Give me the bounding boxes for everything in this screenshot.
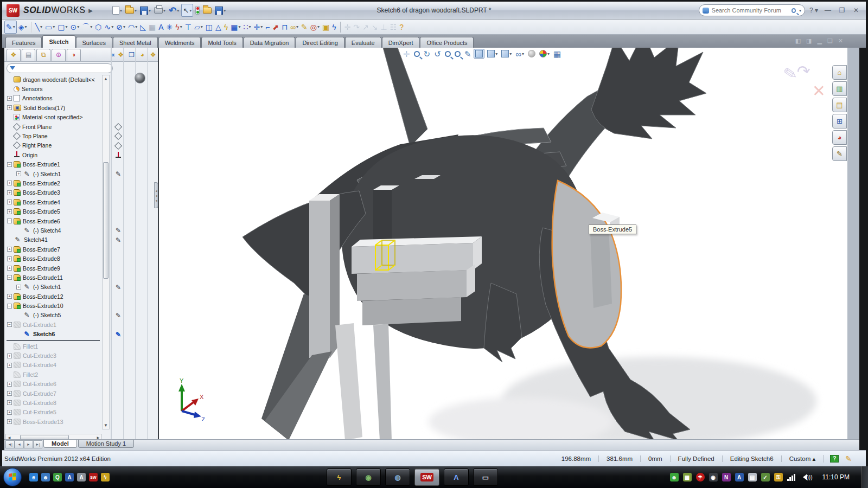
tab-surfaces[interactable]: Surfaces	[76, 37, 112, 48]
dropdown-icon[interactable]: ▾	[120, 8, 122, 13]
doc-prev-icon[interactable]: ◧	[795, 37, 801, 44]
community-search[interactable]: ▾	[699, 4, 805, 16]
tree-item[interactable]: −Boss-Extrude10	[5, 301, 101, 310]
tray-lock-icon[interactable]: ⚿	[774, 473, 783, 481]
tray-a-icon[interactable]: A	[735, 473, 744, 481]
modify-sketch-icon[interactable]: ⬈	[271, 21, 280, 34]
design-checker-icon[interactable]: ▾	[214, 4, 227, 17]
tree-item[interactable]: Origin	[5, 150, 101, 159]
sketch-numeric-icon[interactable]: ϟ	[223, 21, 229, 34]
taskbar-clock[interactable]: 11:10 PM	[822, 473, 850, 481]
search-icon[interactable]	[792, 8, 796, 13]
dropdown-icon[interactable]: ▾	[238, 24, 240, 29]
tree-item[interactable]: +Boss-Extrude8	[5, 254, 101, 263]
expand-icon[interactable]: +	[7, 294, 12, 299]
tab-evaluate[interactable]: Evaluate	[345, 37, 381, 48]
dropdown-icon[interactable]: ▾	[163, 8, 165, 13]
tab-features[interactable]: Features	[5, 37, 42, 48]
dropdown-icon[interactable]: ▾	[201, 24, 203, 29]
linear-pattern-icon[interactable]: ▦▾	[229, 21, 241, 34]
doc-restore-icon[interactable]: ❏	[827, 37, 833, 44]
dropdown-icon[interactable]: ▾	[135, 24, 137, 29]
expand-icon[interactable]: +	[7, 209, 12, 214]
start-button[interactable]	[3, 468, 22, 486]
design-library-tab[interactable]: ▥	[832, 81, 847, 96]
dropdown-icon[interactable]: ▾	[180, 24, 182, 29]
search-dropdown-icon[interactable]: ▾	[799, 8, 801, 13]
tray-usb-icon[interactable]: ✓	[761, 473, 770, 481]
units-selector[interactable]: Custom ▴	[782, 455, 824, 463]
expand-icon[interactable]: +	[7, 391, 12, 396]
custom-properties-tab[interactable]: ✎	[832, 146, 847, 161]
sketch-tool-icon[interactable]: ✎▾	[4, 21, 17, 34]
expand-icon[interactable]: +	[7, 400, 12, 405]
prev-config-icon[interactable]: ◄	[15, 440, 24, 448]
dropdown-icon[interactable]: ▾	[123, 24, 125, 29]
configuration-tab[interactable]: ⧉	[36, 49, 50, 61]
quick-snaps-icon[interactable]: ◎▾	[309, 21, 321, 34]
dynamic-mirror-icon[interactable]: △	[214, 21, 222, 34]
appearances-tab[interactable]: ◕	[832, 130, 847, 145]
tree-item[interactable]: Front Plane	[5, 122, 101, 131]
ellipse-icon[interactable]: ⊘▾	[115, 21, 126, 34]
tree-item[interactable]: +✎(-) Sketch1	[5, 282, 101, 292]
dropdown-icon[interactable]: ▾	[522, 52, 524, 56]
help-button[interactable]: ? ▾	[808, 7, 819, 14]
messenger-icon[interactable]: ☻	[41, 473, 50, 481]
tree-item[interactable]: +Annotations	[5, 94, 101, 103]
mirror-box-icon[interactable]: ▦	[148, 21, 157, 34]
first-config-icon[interactable]: ◄|	[5, 440, 15, 448]
tree-item[interactable]: ✎(-) Sketch4	[5, 226, 101, 235]
dropdown-icon[interactable]: ▾	[189, 8, 192, 13]
line-icon[interactable]: ╲▾	[34, 21, 43, 34]
view-orientation-icon[interactable]: ▾	[500, 49, 513, 58]
tree-item[interactable]: +Cut-Extrude5	[5, 408, 101, 417]
tree-item[interactable]: +✎(-) Sketch1	[5, 169, 101, 178]
collapse-icon[interactable]: −	[7, 322, 12, 327]
fly-icon[interactable]: ✎	[463, 49, 473, 59]
tab-mold-tools[interactable]: Mold Tools	[201, 37, 242, 48]
expand-icon[interactable]: +	[7, 410, 12, 415]
snap-diag-icon[interactable]: ↘	[371, 21, 379, 34]
section-view-icon[interactable]: ▾	[486, 49, 499, 58]
expand-icon[interactable]: +	[7, 382, 12, 387]
app-notepad[interactable]: ▭	[473, 468, 498, 486]
app-solidworks[interactable]: SW	[414, 468, 439, 486]
display-relations-icon[interactable]: ∞▾	[289, 21, 299, 34]
dropdown-icon[interactable]: ▾	[111, 24, 113, 29]
dropdown-icon[interactable]: ▾	[25, 24, 27, 29]
appearance-icon[interactable]: ▾	[538, 49, 551, 58]
tree-item[interactable]: ✎Sketch6	[5, 330, 101, 339]
dropdown-icon[interactable]: ▾	[495, 52, 497, 56]
tab-motion-study[interactable]: Motion Study 1	[78, 440, 134, 448]
dropdown-icon[interactable]: ▾	[90, 24, 92, 29]
text-icon[interactable]: A	[157, 21, 164, 34]
tab-direct-editing[interactable]: Direct Editing	[296, 37, 344, 48]
tree-vertical-scrollbar[interactable]: ▲ ▼	[102, 75, 110, 429]
app-a-blue[interactable]: A	[444, 468, 469, 486]
tree-item[interactable]: Fillet2	[5, 370, 101, 379]
dropdown-icon[interactable]: ▾	[177, 8, 179, 13]
pan-icon[interactable]: ✛	[402, 49, 411, 59]
expand-icon[interactable]: +	[7, 105, 12, 110]
tree-item[interactable]: −Boss-Extrude11	[5, 273, 101, 282]
snap-grid-icon[interactable]: ☷	[389, 21, 398, 34]
tree-item[interactable]: −Boss-Extrude6	[5, 216, 101, 226]
tree-item[interactable]: +Boss-Extrude7	[5, 245, 101, 254]
dropdown-icon[interactable]: ▾	[65, 24, 67, 29]
tree-item[interactable]: +Boss-Extrude3	[5, 188, 101, 197]
zoom-in-icon[interactable]	[444, 50, 452, 57]
tree-item[interactable]: ✎(-) Sketch5	[5, 311, 101, 320]
tray-onenote-icon[interactable]: N	[722, 473, 731, 481]
tree-item[interactable]: +Boss-Extrude12	[5, 292, 101, 301]
dropdown-icon[interactable]: ▾	[77, 24, 79, 29]
last-config-icon[interactable]: ►|	[33, 440, 42, 448]
mirror-entities-icon[interactable]: ◫	[205, 21, 214, 34]
tree-item[interactable]: +Cut-Extrude4	[5, 361, 101, 370]
dropdown-icon[interactable]: ▾	[509, 52, 512, 56]
expand-icon[interactable]: +	[7, 181, 12, 185]
restore-button[interactable]: ❐	[837, 7, 847, 14]
snap-arc-icon[interactable]: ↷	[352, 21, 361, 34]
scroll-down-icon[interactable]: ▼	[103, 422, 109, 429]
app-a-grey-icon[interactable]: A	[77, 473, 86, 481]
